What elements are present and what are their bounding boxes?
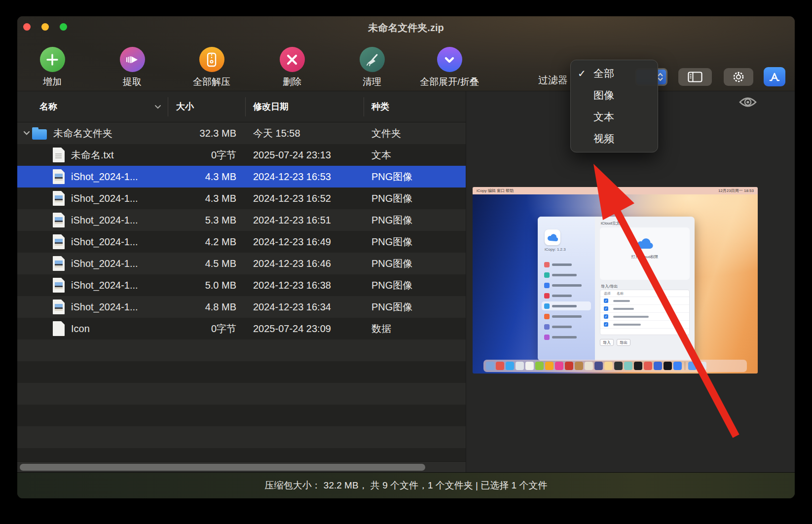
file-date: 2024-12-23 16:51 bbox=[245, 215, 364, 226]
expand-collapse-all-label: 全部展开/折叠 bbox=[410, 75, 489, 88]
preview-export-button: 导出 bbox=[617, 339, 630, 346]
table-row[interactable]: iShot_2024-1...4.3 MB2024-12-23 16:52PNG… bbox=[17, 187, 466, 209]
table-row[interactable]: iShot_2024-1...5.0 MB2024-12-23 16:38PNG… bbox=[17, 274, 466, 296]
table-row[interactable]: 未命名文件夹32.3 MB今天 15:58文件夹 bbox=[17, 122, 466, 144]
menu-item-images[interactable]: 图像 bbox=[571, 84, 658, 106]
file-date: 今天 15:58 bbox=[245, 127, 364, 140]
file-kind: PNG图像 bbox=[364, 170, 466, 184]
preview-check-row: ✓ bbox=[600, 313, 689, 321]
file-date: 2024-12-23 16:52 bbox=[245, 193, 364, 204]
delete-button[interactable]: 删除 bbox=[253, 47, 332, 88]
file-list-panel: 名称 大小 修改日期 种类 未命名文件夹32.3 MB今天 15:58文件夹未命… bbox=[17, 91, 466, 472]
toggle-preview-pane-button[interactable] bbox=[678, 68, 712, 86]
status-bar: 压缩包大小： 32.2 MB， 共 9 个文件，1 个文件夹 | 已选择 1 个… bbox=[17, 472, 795, 498]
dock-app-icon bbox=[535, 362, 544, 370]
image-file-icon bbox=[53, 213, 65, 227]
column-header-size[interactable]: 大小 bbox=[176, 91, 194, 122]
menu-item-text[interactable]: 文本 bbox=[571, 106, 658, 128]
preview-app-version: iCopy: 1.2.3 bbox=[545, 247, 566, 252]
dock-app-icon bbox=[506, 362, 514, 370]
disclosure-chevron-icon[interactable] bbox=[21, 131, 32, 136]
dock-app-icon bbox=[614, 362, 623, 370]
file-size: 4.8 MB bbox=[168, 301, 245, 313]
scrollbar-thumb[interactable] bbox=[20, 464, 425, 471]
add-button[interactable]: 增加 bbox=[17, 47, 92, 88]
preview-check-row: ✓ bbox=[600, 297, 689, 305]
file-name: 未命名文件夹 bbox=[53, 127, 112, 140]
dock-app-icon bbox=[565, 362, 573, 370]
expand-collapse-all-button[interactable]: 全部展开/折叠 bbox=[410, 47, 489, 88]
table-row[interactable]: iShot_2024-1...4.8 MB2024-12-23 16:34PNG… bbox=[17, 296, 466, 318]
dock-app-icon bbox=[594, 362, 603, 370]
settings-button[interactable] bbox=[724, 68, 753, 86]
table-row[interactable]: iShot_2024-1...4.2 MB2024-12-23 16:49PNG… bbox=[17, 231, 466, 253]
dock-app-icon bbox=[585, 362, 593, 370]
file-name: iShot_2024-1... bbox=[71, 171, 138, 183]
dock-app-icon bbox=[654, 362, 662, 370]
preview-cloud-panel: 打开iCloud权限 bbox=[600, 227, 690, 280]
dock-app-icon bbox=[644, 362, 652, 370]
filter-dropdown-menu: ✓ 全部 图像 文本 视频 bbox=[570, 60, 658, 152]
extract-button[interactable]: 提取 bbox=[93, 47, 172, 88]
file-icon bbox=[53, 321, 65, 336]
file-size: 4.5 MB bbox=[168, 258, 245, 269]
dock-app-icon bbox=[634, 362, 642, 370]
unzip-all-button[interactable]: 全部解压 bbox=[172, 47, 251, 88]
file-name: iShot_2024-1... bbox=[71, 280, 138, 291]
image-preview: iCopy 编辑 窗口 帮助 12月23日周一 18:53 iCopy: 1.2… bbox=[473, 187, 758, 374]
table-row[interactable]: iShot_2024-1...4.5 MB2024-12-23 16:46PNG… bbox=[17, 253, 466, 274]
checkmark-icon: ✓ bbox=[578, 68, 593, 79]
window-chrome: 未命名文件夹.zip 增加 提取 bbox=[17, 16, 795, 91]
column-header-kind[interactable]: 种类 bbox=[371, 91, 389, 122]
unzip-icon bbox=[204, 52, 220, 68]
file-kind: PNG图像 bbox=[364, 257, 466, 270]
column-header-date[interactable]: 修改日期 bbox=[253, 91, 289, 122]
table-row[interactable]: Icon0字节2025-07-24 23:09数据 bbox=[17, 318, 466, 339]
window-title: 未命名文件夹.zip bbox=[17, 21, 795, 35]
file-name: 未命名.txt bbox=[71, 149, 114, 162]
add-button-label: 增加 bbox=[17, 75, 92, 88]
file-size: 0字节 bbox=[168, 322, 245, 336]
quicklook-eye-icon[interactable] bbox=[738, 95, 757, 111]
app-store-button[interactable] bbox=[764, 67, 785, 86]
table-row[interactable]: iShot_2024-1...5.3 MB2024-12-23 16:51PNG… bbox=[17, 209, 466, 231]
file-size: 0字节 bbox=[168, 149, 245, 162]
preview-menubar-clock: 12月23日周一 18:53 bbox=[718, 188, 754, 193]
preview-sidebar-item bbox=[542, 291, 591, 300]
column-header-name[interactable]: 名称 bbox=[39, 91, 57, 122]
dock-app-icon bbox=[673, 362, 682, 370]
clean-button[interactable]: 清理 bbox=[332, 47, 411, 88]
file-name: iShot_2024-1... bbox=[71, 215, 138, 226]
dock-app-icon bbox=[486, 362, 494, 370]
image-file-icon bbox=[53, 299, 65, 314]
preview-sidebar-item bbox=[542, 281, 591, 290]
file-name: iShot_2024-1... bbox=[71, 301, 138, 313]
dock-app-icon bbox=[575, 362, 583, 370]
horizontal-scrollbar[interactable] bbox=[17, 461, 466, 472]
preview-sidebar-item bbox=[542, 333, 591, 341]
file-date: 2025-07-24 23:13 bbox=[245, 150, 364, 161]
preview-sidebar-item bbox=[542, 312, 591, 321]
dock-app-icon bbox=[555, 362, 563, 370]
file-name: iShot_2024-1... bbox=[71, 193, 138, 204]
table-row[interactable]: 未命名.txt0字节2025-07-24 23:13文本 bbox=[17, 144, 466, 166]
file-size: 4.2 MB bbox=[168, 236, 245, 248]
dock-app-icon bbox=[516, 362, 524, 370]
preview-dock bbox=[483, 360, 747, 372]
delete-button-label: 删除 bbox=[253, 75, 332, 88]
menu-item-video[interactable]: 视频 bbox=[571, 128, 658, 150]
menu-item-label: 图像 bbox=[593, 88, 614, 102]
file-kind: PNG图像 bbox=[364, 214, 466, 227]
file-size: 5.0 MB bbox=[168, 280, 245, 291]
preview-sidebar-item bbox=[542, 270, 591, 279]
preview-section-title: 导入/导出 bbox=[601, 284, 618, 289]
preview-col-name: 名称 bbox=[617, 291, 624, 296]
menu-item-all[interactable]: ✓ 全部 bbox=[571, 63, 658, 84]
table-header: 名称 大小 修改日期 种类 bbox=[17, 91, 466, 122]
sort-chevron-icon bbox=[154, 105, 161, 110]
preview-col-check: 选择 bbox=[604, 291, 617, 296]
table-row[interactable]: iShot_2024-1...4.3 MB2024-12-23 16:53PNG… bbox=[17, 166, 466, 187]
archive-app-window: 未命名文件夹.zip 增加 提取 bbox=[17, 16, 795, 498]
dock-app-icon bbox=[624, 362, 632, 370]
menu-item-label: 全部 bbox=[593, 67, 614, 80]
